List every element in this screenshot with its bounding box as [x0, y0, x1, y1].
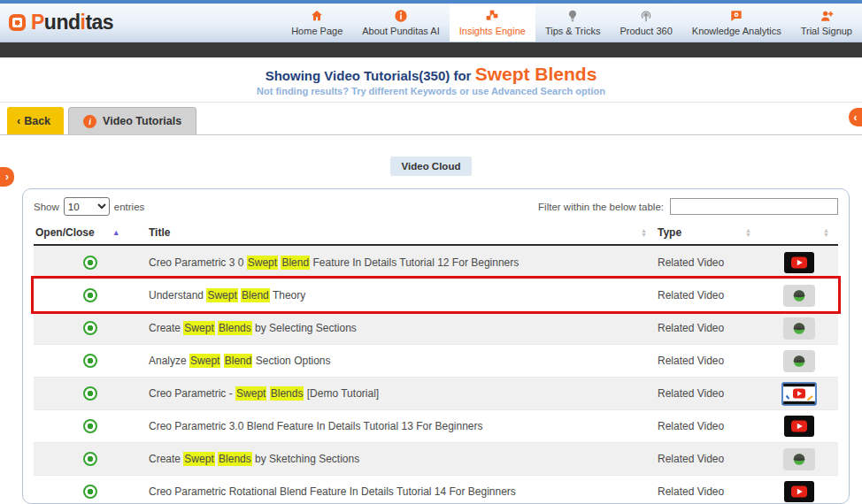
- highlighted-keyword: Blend: [224, 354, 253, 368]
- sort-icon[interactable]: ▲▼: [745, 228, 751, 237]
- expand-row-icon[interactable]: [83, 485, 97, 499]
- table-controls: Show 10 entries Filter within the below …: [34, 197, 838, 216]
- stack-icon[interactable]: [783, 448, 815, 470]
- results-title: Showing Video Tutorials(350) for: [266, 68, 475, 83]
- youtube-icon[interactable]: [784, 481, 814, 502]
- source-cell: [760, 416, 838, 437]
- nav-item-home-page[interactable]: Home Page: [281, 4, 352, 42]
- highlighted-keyword: Swept: [189, 354, 220, 368]
- source-cell: [760, 285, 838, 307]
- youtube-icon[interactable]: [784, 252, 814, 273]
- youtube-edit-icon[interactable]: [781, 382, 817, 406]
- video-type: Related Video: [656, 485, 760, 498]
- sort-ascending-icon: ▲: [112, 228, 120, 237]
- back-button[interactable]: ‹ Back: [7, 107, 64, 134]
- video-type: Related Video: [656, 420, 760, 432]
- show-entries-control: Show 10 entries: [34, 197, 144, 216]
- table-row: Analyze Swept Blend Section OptionsRelat…: [34, 344, 838, 377]
- highlighted-keyword: Swept: [235, 386, 266, 401]
- highlighted-keyword: Swept: [206, 288, 237, 302]
- video-title: Creo Parametric - Swept Blends [Demo Tut…: [147, 387, 656, 400]
- info-icon: i: [83, 115, 96, 128]
- video-title: Analyze Swept Blend Section Options: [147, 355, 656, 367]
- stack-icon[interactable]: [783, 350, 815, 372]
- youtube-icon[interactable]: [784, 416, 814, 437]
- column-header-source[interactable]: ▲▼: [760, 228, 838, 237]
- nav-item-about-punditas-ai[interactable]: About Punditas AI: [352, 4, 449, 42]
- table-row: Creo Parametric 3 0 Swept Blend Feature …: [34, 246, 838, 279]
- column-header-type[interactable]: Type ▲▼: [656, 226, 760, 239]
- highlighted-keyword: Blend: [241, 288, 270, 302]
- stack-icon[interactable]: [783, 285, 815, 307]
- expand-left-panel-button[interactable]: ›: [0, 167, 14, 187]
- column-header-title[interactable]: Title ▲▼: [147, 226, 656, 239]
- nav-label: Knowledge Analytics: [692, 26, 781, 36]
- open-close-cell: [34, 354, 147, 368]
- tab-strip: ‹ Back i Video Tutorials ‹: [0, 103, 862, 135]
- dark-divider-bar: [0, 42, 862, 57]
- nav-label: Home Page: [291, 26, 342, 36]
- expand-row-icon[interactable]: [83, 256, 97, 270]
- chat-gear-icon: [729, 9, 743, 23]
- open-close-cell: [34, 485, 147, 499]
- source-cell: [760, 317, 838, 340]
- table-row: Creo Parametric - Swept Blends [Demo Tut…: [34, 377, 838, 409]
- table-body: Creo Parametric 3 0 Swept Blend Feature …: [34, 246, 838, 504]
- video-title: Create Swept Blends by Sketching Section…: [147, 453, 656, 465]
- table-row-highlighted: Understand Swept Blend TheoryRelated Vid…: [34, 279, 838, 311]
- video-type: Related Video: [656, 355, 760, 367]
- main-nav: Home Page About Punditas AI Insights Eng…: [281, 4, 862, 42]
- punditas-logo[interactable]: Punditas: [0, 4, 113, 42]
- source-cell: [760, 350, 838, 372]
- podcast-icon: [639, 9, 653, 23]
- expand-row-icon[interactable]: [83, 419, 97, 433]
- table-row: Create Swept Blends by Selecting Section…: [34, 311, 838, 344]
- filter-input[interactable]: [670, 198, 838, 215]
- highlighted-keyword: Swept: [183, 321, 214, 335]
- highlighted-keyword: Blends: [218, 452, 252, 466]
- highlighted-keyword: Blend: [281, 256, 310, 270]
- table-header: Open/Close ▲ Title ▲▼ Type ▲▼ ▲▼: [34, 219, 838, 246]
- tab-video-tutorials[interactable]: i Video Tutorials: [68, 107, 196, 134]
- table-row: Create Swept Blends by Sketching Section…: [34, 442, 838, 475]
- expand-row-icon[interactable]: [83, 452, 97, 466]
- table-row: Creo Parametric Rotational Blend Feature…: [34, 475, 838, 504]
- source-cell: [760, 252, 838, 273]
- nav-item-trial-signup[interactable]: Trial Signup: [791, 4, 862, 42]
- video-title: Creo Parametric Rotational Blend Feature…: [147, 485, 656, 498]
- stack-icon[interactable]: [783, 317, 815, 340]
- results-heading: Showing Video Tutorials(350) for Swept B…: [0, 57, 862, 103]
- sort-icon[interactable]: ▲▼: [641, 228, 647, 237]
- tab-video-tutorials-label: Video Tutorials: [103, 115, 181, 127]
- person-plus-icon: [820, 9, 834, 23]
- open-close-cell: [34, 256, 147, 270]
- home-icon: [310, 9, 324, 23]
- collapse-right-panel-button[interactable]: ‹: [849, 108, 862, 126]
- highlighted-keyword: Swept: [247, 256, 278, 270]
- nav-label: About Punditas AI: [362, 26, 439, 36]
- expand-row-icon[interactable]: [83, 386, 97, 401]
- video-title: Create Swept Blends by Selecting Section…: [147, 322, 656, 334]
- app-header: Punditas Home Page About Punditas AI Ins…: [0, 4, 862, 42]
- nav-item-knowledge-analytics[interactable]: Knowledge Analytics: [682, 4, 791, 42]
- network-icon: [485, 9, 499, 23]
- nav-item-tips-tricks[interactable]: Tips & Tricks: [535, 4, 611, 42]
- back-chevron-icon: ‹: [17, 115, 20, 127]
- nav-item-product-360[interactable]: Product 360: [610, 4, 681, 42]
- highlighted-keyword: Blends: [270, 386, 304, 401]
- open-close-cell: [34, 386, 147, 401]
- video-cloud-button[interactable]: Video Cloud: [390, 157, 473, 176]
- expand-row-icon[interactable]: [83, 354, 97, 368]
- column-label: Title: [149, 226, 170, 239]
- highlighted-keyword: Swept: [183, 452, 214, 466]
- column-header-open-close[interactable]: Open/Close ▲: [34, 226, 147, 239]
- expand-row-icon[interactable]: [83, 288, 97, 302]
- video-type: Related Video: [656, 322, 760, 334]
- sort-icon[interactable]: ▲▼: [823, 228, 829, 237]
- open-close-cell: [34, 419, 147, 433]
- nav-item-insights-engine[interactable]: Insights Engine: [450, 4, 535, 42]
- page-size-select[interactable]: 10: [64, 197, 110, 216]
- video-title: Creo Parametric 3.0 Blend Feature In Det…: [147, 420, 656, 432]
- filter-control: Filter within the below table:: [538, 198, 838, 215]
- expand-row-icon[interactable]: [83, 321, 97, 335]
